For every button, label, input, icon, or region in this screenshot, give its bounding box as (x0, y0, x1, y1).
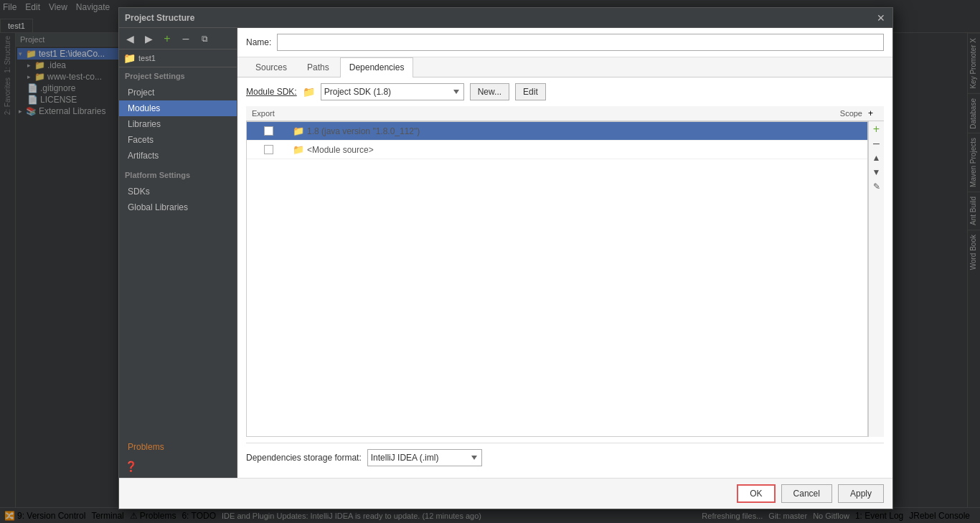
toolbar-remove-button[interactable]: – (178, 31, 194, 47)
ok-button[interactable]: OK (737, 484, 775, 503)
dialog-left-pane: ◀ ▶ + – ⧉ 📁 test1 Project Settings Proje… (119, 28, 237, 478)
dialog-footer: OK Cancel Apply (119, 478, 892, 509)
settings-item-problems[interactable]: Problems (119, 439, 237, 455)
dep-move-up-button[interactable]: ▲ (870, 151, 883, 164)
toolbar-copy-button[interactable]: ⧉ (197, 31, 212, 47)
dialog-nav: 📁 test1 (119, 50, 237, 67)
project-settings-label: Project Settings (119, 67, 237, 85)
dep-export-checkbox-module-source[interactable] (264, 145, 273, 154)
dep-header-export: Export (246, 108, 289, 119)
tab-sources[interactable]: Sources (246, 57, 296, 77)
dep-name-jdk: 1.8 (java version "1.8.0_112") (307, 126, 420, 136)
dep-header-add[interactable]: + (868, 108, 884, 118)
dep-row-module-source[interactable]: 📁 <Module source> (247, 141, 867, 159)
module-tabs-bar: Sources Paths Dependencies (237, 57, 892, 77)
nav-folder-icon: 📁 (123, 52, 136, 64)
dep-move-down-button[interactable]: ▼ (870, 166, 883, 179)
dep-row-jdk[interactable]: 📁 1.8 (java version "1.8.0_112") (247, 122, 867, 141)
apply-button[interactable]: Apply (838, 484, 884, 503)
dialog-title-text: Project Structure (125, 13, 875, 23)
dep-add-button[interactable]: + (870, 123, 883, 136)
settings-item-modules[interactable]: Modules (119, 100, 237, 116)
tab-dependencies[interactable]: Dependencies (340, 57, 414, 77)
name-input[interactable] (277, 34, 884, 51)
sdk-edit-button[interactable]: Edit (515, 83, 546, 100)
dep-folder-icon-module-source: 📁 (293, 144, 304, 155)
dep-storage-row: Dependencies storage format: IntelliJ ID… (246, 443, 884, 472)
dep-storage-select[interactable]: IntelliJ IDEA (.iml) (367, 449, 482, 466)
project-structure-dialog: Project Structure ✕ ◀ ▶ + – ⧉ 📁 test1 Pr… (118, 7, 893, 509)
dep-folder-icon-jdk: 📁 (293, 126, 304, 136)
sdk-row: Module SDK: 📁 Project SDK (1.8) New... E… (246, 83, 884, 100)
dialog-body: ◀ ▶ + – ⧉ 📁 test1 Project Settings Proje… (119, 28, 892, 478)
settings-item-project[interactable]: Project (119, 85, 237, 100)
sdk-folder-icon: 📁 (303, 86, 315, 98)
dialog-right-pane: Name: Sources Paths Dependencies Module … (237, 28, 892, 478)
dialog-name-row: Name: (237, 28, 892, 57)
sdk-label: Module SDK: (246, 87, 297, 97)
dep-list: 📁 1.8 (java version "1.8.0_112") 📁 (246, 121, 868, 437)
cancel-button[interactable]: Cancel (781, 484, 832, 503)
dialog-nav-module-name: test1 (138, 54, 156, 62)
dep-right-toolbar: + – ▲ ▼ ✎ (868, 121, 884, 437)
name-label: Name: (246, 37, 271, 47)
settings-item-facets[interactable]: Facets (119, 132, 237, 148)
dep-header-name (289, 112, 811, 115)
settings-item-artifacts[interactable]: Artifacts (119, 148, 237, 164)
tab-paths[interactable]: Paths (298, 57, 339, 77)
dialog-left-toolbar: ◀ ▶ + – ⧉ (119, 28, 237, 50)
dialog-close-button[interactable]: ✕ (875, 12, 887, 24)
platform-settings-label: Platform Settings (119, 166, 237, 184)
dep-table-wrapper: 📁 1.8 (java version "1.8.0_112") 📁 (246, 121, 884, 437)
dialog-title-bar: Project Structure ✕ (119, 8, 892, 28)
dep-name-module-source: <Module source> (307, 145, 374, 155)
dep-header-scope: Scope (811, 108, 868, 119)
toolbar-add-button[interactable]: + (159, 31, 175, 47)
dep-storage-label: Dependencies storage format: (246, 453, 362, 463)
settings-item-libraries[interactable]: Libraries (119, 116, 237, 132)
dep-table-header: Export Scope + (246, 106, 884, 121)
dep-remove-button[interactable]: – (870, 137, 883, 150)
dialog-help-icon[interactable]: ❓ (119, 455, 237, 478)
dep-export-checkbox-jdk[interactable] (264, 126, 273, 136)
dep-edit-button[interactable]: ✎ (870, 180, 883, 193)
sdk-select[interactable]: Project SDK (1.8) (321, 83, 464, 100)
settings-item-sdks[interactable]: SDKs (119, 184, 237, 199)
module-content-area: Module SDK: 📁 Project SDK (1.8) New... E… (237, 77, 892, 478)
sdk-new-button[interactable]: New... (470, 83, 509, 100)
settings-item-global-libraries[interactable]: Global Libraries (119, 199, 237, 215)
toolbar-forward-button[interactable]: ▶ (141, 31, 156, 47)
toolbar-back-button[interactable]: ◀ (122, 31, 138, 47)
